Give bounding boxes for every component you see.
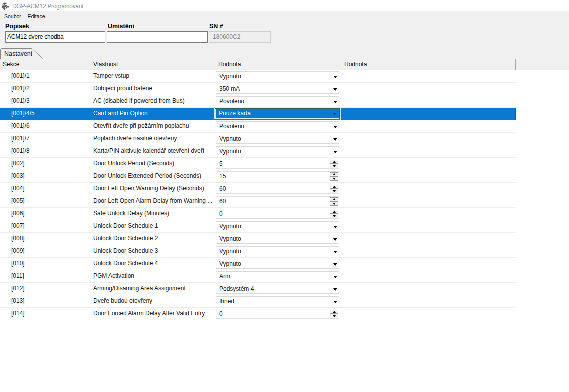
svg-text:B: B bbox=[4, 4, 7, 9]
